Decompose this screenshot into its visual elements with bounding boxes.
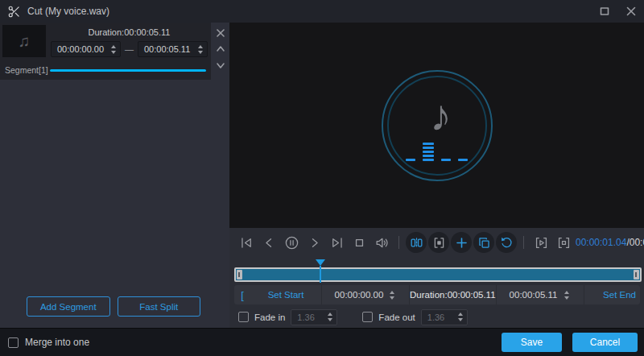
range-separator: —: [121, 44, 138, 54]
stop-icon: [352, 235, 367, 250]
timeline-playhead[interactable]: [316, 259, 325, 283]
segment-start-spinner[interactable]: [109, 45, 118, 54]
fade-in-checkbox[interactable]: [238, 312, 249, 322]
set-start-button[interactable]: Set Start: [250, 290, 321, 300]
trim-start-input[interactable]: 00:00:00.00: [322, 290, 409, 300]
delete-segment-icon: [216, 28, 225, 38]
merge-into-one-checkbox[interactable]: [8, 337, 19, 348]
window-title: Cut (My voice.wav): [27, 6, 109, 17]
player-controls: 00:00:01.04/00:00:05.11: [229, 228, 644, 257]
select-region-button[interactable]: [428, 232, 449, 253]
chevron-left-icon: [262, 235, 277, 250]
add-segment-quick-button[interactable]: [451, 232, 472, 253]
split-icon: [409, 235, 424, 250]
go-to-end-button[interactable]: [326, 232, 347, 253]
delete-segment-button[interactable]: [214, 27, 227, 39]
stop-segment-button[interactable]: [553, 232, 574, 253]
fade-in-label: Fade in: [254, 313, 285, 322]
previous-frame-button[interactable]: [258, 232, 279, 253]
segment-name: Segment[1]: [0, 65, 48, 75]
set-end-button[interactable]: Set End: [584, 290, 640, 300]
audio-placeholder-circle: ♪: [382, 70, 493, 181]
volume-button[interactable]: [371, 232, 392, 253]
play-segment-button[interactable]: [530, 232, 551, 253]
play-segment-icon: [534, 235, 549, 250]
playhead-marker-icon: [316, 259, 325, 266]
segment-card[interactable]: ♫ Duration:00:00:05.11 00:00:00.00 —: [0, 23, 211, 80]
time-display: 00:00:01.04/00:00:05.11: [576, 237, 644, 248]
segment-progress-fill: [50, 69, 206, 72]
segment-progress-track: [50, 69, 206, 72]
copy-icon: [477, 235, 492, 250]
go-to-start-button[interactable]: [236, 232, 257, 253]
fade-out-checkbox[interactable]: [362, 312, 373, 322]
stop-segment-icon: [556, 235, 572, 250]
fade-out-label: Fade out: [378, 313, 415, 322]
close-icon: [626, 6, 636, 16]
fade-in-input[interactable]: 1.36: [291, 309, 337, 325]
preview-pane: ♪: [229, 23, 644, 328]
trim-start-spinner[interactable]: [388, 291, 396, 300]
trim-duration-label: Duration:00:00:05.11: [410, 290, 496, 300]
fade-out-spinner[interactable]: [456, 313, 464, 321]
trim-start-handle[interactable]: [237, 270, 242, 279]
go-to-end-icon: [329, 235, 345, 250]
region-icon: [431, 235, 447, 250]
total-time: 00:00:05.11: [630, 237, 644, 248]
chevron-up-icon: [216, 44, 225, 54]
segments-panel: ♫ Duration:00:00:05.11 00:00:00.00 —: [0, 23, 229, 328]
titlebar: Cut (My voice.wav): [0, 0, 644, 23]
add-segment-button[interactable]: Add Segment: [27, 296, 110, 317]
save-button[interactable]: Save: [502, 333, 562, 352]
move-segment-down-button[interactable]: [214, 60, 227, 71]
segment-start-input[interactable]: 00:00:00.00: [51, 41, 121, 57]
footer-bar: Merge into one Save Cancel: [0, 328, 644, 356]
audio-preview: ♪: [229, 23, 644, 228]
cancel-button[interactable]: Cancel: [572, 333, 638, 352]
music-note-icon: ♫: [19, 32, 31, 51]
segment-duration-label: Duration:00:00:05.11: [51, 27, 208, 37]
playhead-line: [320, 266, 321, 283]
left-bracket-icon: [: [234, 289, 250, 301]
reset-icon: [499, 235, 514, 250]
fade-in-spinner[interactable]: [326, 313, 334, 321]
next-frame-button[interactable]: [303, 232, 324, 253]
timeline: [229, 257, 644, 284]
stop-button[interactable]: [349, 232, 369, 253]
volume-icon: [374, 235, 390, 250]
reset-button[interactable]: [496, 232, 517, 253]
merge-into-one-label: Merge into one: [25, 337, 89, 348]
move-segment-up-button[interactable]: [214, 43, 227, 55]
music-note-icon: ♪: [430, 93, 452, 137]
cut-dialog: Cut (My voice.wav) ♫ Duration:00:: [0, 0, 644, 356]
timeline-track[interactable]: [234, 267, 642, 282]
maximize-button[interactable]: [591, 0, 617, 23]
fade-controls: Fade in 1.36 Fade out 1.36: [229, 306, 644, 328]
segment-thumbnail: ♫: [2, 25, 46, 57]
divider: [523, 236, 524, 249]
equalizer-icon: [406, 140, 468, 161]
close-button[interactable]: [617, 0, 644, 23]
pause-button[interactable]: [281, 232, 302, 253]
fade-out-input[interactable]: 1.36: [421, 309, 468, 325]
go-to-start-icon: [239, 235, 254, 250]
segment-end-spinner[interactable]: [196, 45, 204, 54]
trim-end-handle[interactable]: [634, 270, 639, 279]
chevron-right-icon: [307, 235, 322, 250]
trim-end-spinner[interactable]: [563, 291, 571, 300]
chevron-down-icon: [216, 60, 225, 70]
current-time: 00:00:01.04: [576, 237, 626, 248]
scissors-icon: [7, 5, 21, 19]
segment-end-input[interactable]: 00:00:05.11: [138, 41, 208, 57]
divider: [398, 236, 399, 249]
plus-icon: [454, 235, 469, 250]
trim-bar: [ Set Start 00:00:00.00 Duration:00:00:0…: [234, 285, 640, 304]
maximize-icon: [600, 6, 609, 16]
split-button[interactable]: [406, 232, 427, 253]
copy-segment-button[interactable]: [473, 232, 494, 253]
pause-circle-icon: [284, 235, 299, 250]
fast-split-button[interactable]: Fast Split: [118, 296, 201, 317]
trim-end-input[interactable]: 00:00:05.11: [497, 290, 584, 300]
